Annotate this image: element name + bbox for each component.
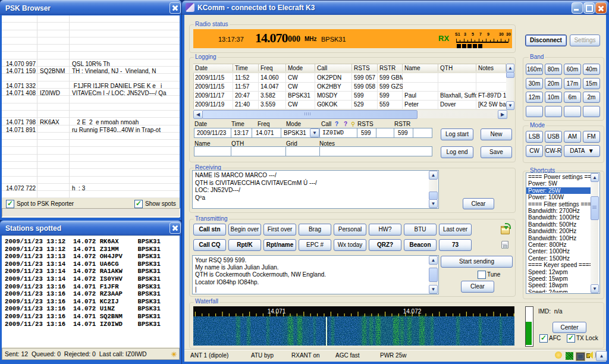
svg-text:14.071: 14.071 [268,308,286,315]
svg-text:14.072: 14.072 [403,308,422,315]
